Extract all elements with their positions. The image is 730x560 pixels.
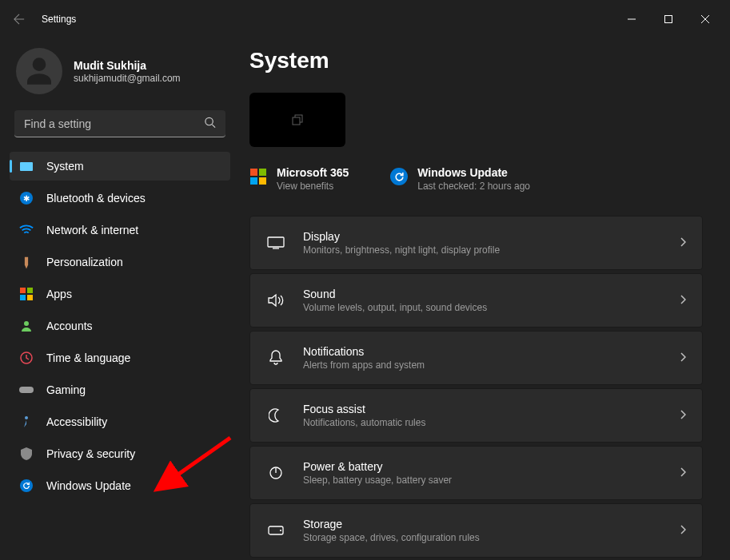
minimize-button[interactable] [613, 6, 650, 32]
sidebar-item-system[interactable]: System [10, 152, 230, 181]
sidebar-item-label: Apps [46, 288, 72, 300]
info-title: Microsoft 365 [277, 166, 349, 179]
accessibility-icon [19, 415, 34, 429]
page-title: System [249, 48, 703, 73]
accounts-icon [19, 319, 34, 333]
sidebar-item-accessibility[interactable]: Accessibility [10, 407, 230, 436]
card-title: Focus assist [303, 403, 680, 415]
card-sub: Notifications, automatic rules [303, 417, 680, 428]
chevron-right-icon [680, 523, 686, 538]
user-account-button[interactable]: Mudit Sukhija sukhijamudit@gmail.com [10, 38, 230, 110]
main-panel: System Microsoft 365 View benefits Windo… [240, 38, 730, 560]
brush-icon [16, 252, 36, 272]
svg-rect-4 [19, 387, 34, 393]
sidebar-item-label: System [46, 160, 84, 173]
chevron-right-icon [680, 466, 686, 480]
settings-cards: DisplayMonitors, brightness, night light… [249, 216, 703, 558]
sidebar-item-label: Privacy & security [46, 447, 135, 460]
sidebar-item-apps[interactable]: Apps [10, 280, 230, 308]
sidebar-item-time[interactable]: Time & language [10, 344, 230, 372]
card-title: Notifications [303, 345, 680, 358]
chevron-right-icon [680, 351, 686, 365]
info-title: Windows Update [417, 166, 530, 179]
sidebar-item-label: Personalization [46, 256, 123, 268]
chevron-right-icon [680, 236, 686, 250]
sidebar-item-label: Accessibility [46, 415, 107, 428]
sidebar-item-label: Bluetooth & devices [46, 192, 146, 205]
svg-point-5 [25, 416, 28, 419]
sidebar: Mudit Sukhija sukhijamudit@gmail.com Sys… [0, 38, 240, 560]
search-wrap [14, 110, 225, 137]
sidebar-item-accounts[interactable]: Accounts [10, 312, 230, 340]
search-icon [204, 117, 216, 132]
card-sub: Volume levels, output, input, sound devi… [303, 302, 680, 313]
sidebar-item-label: Windows Update [46, 479, 131, 492]
card-sub: Monitors, brightness, night light, displ… [303, 244, 680, 256]
bell-icon [266, 350, 285, 366]
sidebar-item-label: Gaming [46, 383, 86, 396]
svg-rect-0 [665, 16, 672, 23]
bluetooth-icon: ✱ [19, 191, 34, 205]
sidebar-item-gaming[interactable]: Gaming [10, 375, 230, 404]
card-title: Sound [303, 288, 680, 300]
close-button[interactable] [687, 6, 724, 32]
card-sub: Alerts from apps and system [303, 359, 680, 371]
info-sub: View benefits [277, 181, 349, 192]
sidebar-item-windows-update[interactable]: Windows Update [10, 471, 230, 500]
svg-point-2 [24, 321, 29, 326]
person-icon [23, 55, 55, 87]
card-title: Display [303, 230, 680, 243]
sidebar-item-network[interactable]: Network & internet [10, 216, 230, 244]
wifi-icon [19, 223, 34, 237]
apps-icon [19, 287, 34, 301]
power-icon [266, 466, 285, 480]
display-icon [266, 236, 285, 249]
titlebar: Settings [0, 0, 730, 38]
app-title: Settings [42, 14, 76, 25]
info-row: Microsoft 365 View benefits Windows Upda… [249, 166, 703, 192]
arrow-left-icon [14, 14, 25, 25]
microsoft-icon [249, 168, 267, 185]
svg-point-1 [205, 117, 213, 125]
back-button[interactable] [6, 6, 32, 32]
card-display[interactable]: DisplayMonitors, brightness, night light… [249, 216, 703, 270]
svg-rect-7 [293, 117, 300, 125]
window-controls [613, 6, 724, 32]
display-preview[interactable] [249, 93, 345, 147]
nav-list: System ✱ Bluetooth & devices Network & i… [10, 152, 230, 500]
card-title: Storage [303, 518, 680, 530]
card-storage[interactable]: StorageStorage space, drives, configurat… [249, 503, 703, 558]
avatar [16, 48, 62, 94]
windows-update-icon [390, 168, 408, 185]
svg-rect-8 [268, 237, 284, 247]
sidebar-item-bluetooth[interactable]: ✱ Bluetooth & devices [10, 184, 230, 212]
svg-point-11 [280, 530, 281, 531]
info-sub: Last checked: 2 hours ago [417, 181, 530, 192]
sound-icon [266, 293, 285, 308]
user-email: sukhijamudit@gmail.com [74, 73, 181, 84]
storage-icon [266, 526, 285, 535]
shield-icon [19, 447, 34, 461]
card-sound[interactable]: SoundVolume levels, output, input, sound… [249, 273, 703, 328]
card-focus-assist[interactable]: Focus assistNotifications, automatic rul… [249, 388, 703, 443]
card-title: Power & battery [303, 460, 680, 473]
chevron-right-icon [680, 408, 686, 423]
card-sub: Storage space, drives, configuration rul… [303, 532, 680, 543]
system-icon [19, 159, 34, 173]
sidebar-item-label: Time & language [46, 351, 130, 364]
card-sub: Sleep, battery usage, battery saver [303, 475, 680, 486]
card-power[interactable]: Power & batterySleep, battery usage, bat… [249, 446, 703, 500]
sidebar-item-label: Network & internet [46, 224, 138, 236]
clock-icon [19, 351, 34, 365]
sidebar-item-privacy[interactable]: Privacy & security [10, 439, 230, 468]
info-microsoft-365[interactable]: Microsoft 365 View benefits [249, 166, 349, 192]
search-input[interactable] [14, 110, 225, 137]
card-notifications[interactable]: NotificationsAlerts from apps and system [249, 331, 703, 385]
maximize-button[interactable] [650, 6, 687, 32]
windows-update-icon [19, 479, 34, 493]
gamepad-icon [19, 383, 34, 397]
sidebar-item-personalization[interactable]: Personalization [10, 248, 230, 276]
info-windows-update[interactable]: Windows Update Last checked: 2 hours ago [390, 166, 530, 192]
chevron-right-icon [680, 293, 686, 308]
monitor-icon [292, 114, 303, 125]
